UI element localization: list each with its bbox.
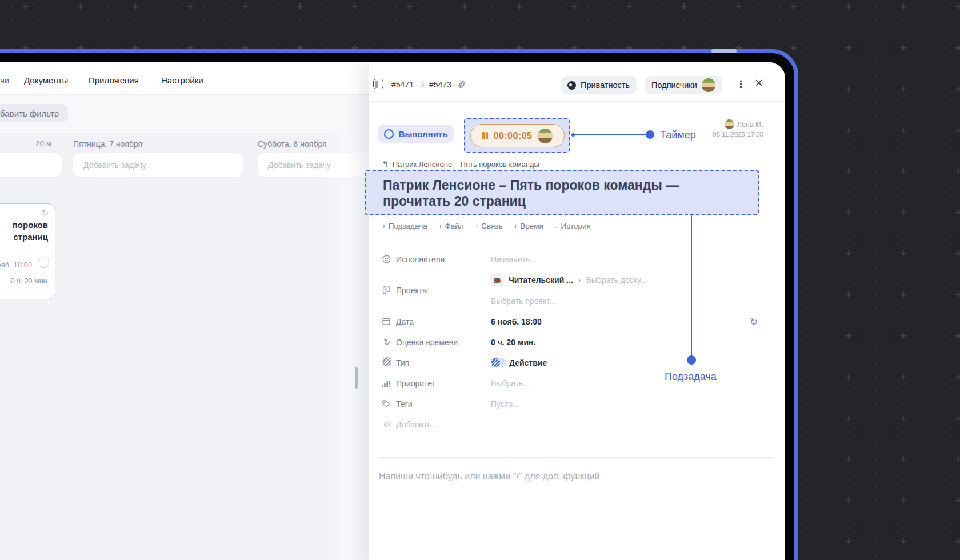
add-subtask-button[interactable]: + Подзадача	[382, 222, 427, 230]
type-label: Тип	[396, 358, 409, 367]
board-background	[0, 133, 369, 560]
add-file-button[interactable]: + Файл	[438, 222, 464, 230]
task-card-date: нояб. 18:00	[0, 261, 32, 269]
author-datetime: 05.11.2025 17:05	[713, 131, 763, 138]
comment-divider	[379, 457, 773, 458]
estimate-label: Оценка времени	[396, 338, 458, 347]
subscriber-avatar	[702, 78, 715, 92]
tab-documents[interactable]: Документы	[24, 75, 68, 85]
column-header-saturday: Суббота, 8 ноября	[258, 139, 327, 149]
task-detail-panel: #5471 › #5473 Приватность Подписчики	[369, 62, 785, 560]
history-icon: ≡	[554, 222, 559, 230]
comment-input[interactable]: Напиши что-нибудь или нажми "/" для доп.…	[379, 471, 599, 482]
tags-placeholder[interactable]: Пусто...	[491, 399, 519, 409]
estimate-icon: ↻	[382, 337, 392, 347]
subscribers-label: Подписчики	[651, 81, 697, 90]
app-window: чи Документы Приложения Настройки ⊕ Доба…	[0, 49, 798, 560]
project-chevron-icon: ›	[578, 275, 581, 285]
current-task-id[interactable]: #5473	[429, 80, 451, 89]
projects-icon	[382, 286, 392, 295]
subscribers-button[interactable]: Подписчики	[645, 76, 722, 94]
repeat-icon[interactable]: ↻	[750, 316, 758, 328]
priority-placeholder[interactable]: Выбрать...	[491, 379, 530, 388]
timer-avatar	[538, 129, 553, 143]
assignees-icon	[382, 254, 392, 264]
privacy-label: Приватность	[581, 81, 630, 90]
add-task-placeholder: Добавить задачу	[268, 161, 331, 170]
complete-circle-icon	[384, 129, 394, 139]
complete-button[interactable]: Выполнить	[378, 125, 454, 143]
add-task-input[interactable]	[0, 153, 62, 177]
column-header-time: 20 м	[0, 139, 51, 148]
estimate-value[interactable]: 0 ч. 20 мин.	[491, 338, 535, 347]
add-field-button[interactable]: Добавить...	[396, 420, 438, 429]
task-toolbar: + Подзадача + Файл + Связь + Время ≡ Ист…	[382, 222, 591, 230]
subtask-callout-label: Подзадача	[665, 371, 717, 383]
add-task-input[interactable]: Добавить задачу	[73, 153, 243, 177]
recurrence-icon: ↻	[41, 208, 49, 218]
timer-callout-line	[575, 134, 647, 135]
tags-label: Теги	[396, 399, 412, 409]
parent-task-link[interactable]: ↰ Патрик Ленсионе – Пять пороков команды	[382, 159, 539, 169]
timer-value: 00:00:05	[493, 131, 532, 141]
task-card-title-line: пороков	[13, 219, 48, 231]
add-task-placeholder: Добавить задачу	[83, 161, 146, 170]
board-edge-fade	[320, 133, 369, 560]
assignees-label: Исполнители	[396, 255, 445, 264]
projects-label: Проекты	[396, 286, 428, 295]
tab-tasks-clipped[interactable]: чи	[0, 75, 9, 85]
project-placeholder[interactable]: Выбрать проект...	[491, 297, 556, 306]
assignees-placeholder[interactable]: Назначить...	[491, 255, 537, 264]
parent-task-id[interactable]: #5471	[391, 80, 414, 89]
parent-task-title: Патрик Ленсионе – Пять пороков команды	[393, 160, 539, 169]
books-icon	[491, 274, 503, 286]
project-value-row[interactable]: Читательский ... › Выбрать доску...	[491, 274, 647, 286]
add-field-icon: ⊕	[382, 419, 392, 430]
task-title-highlight-box: Патрик Ленсионе – Пять пороков команды —…	[365, 170, 759, 215]
timer-callout-dot	[646, 130, 654, 139]
frame-highlight	[711, 49, 737, 53]
task-card-checkbox[interactable]	[38, 257, 49, 268]
type-icon	[382, 357, 392, 369]
more-menu-icon[interactable]: ⋮	[736, 78, 746, 90]
add-filter-button[interactable]: ⊕ Добавить фильтр	[0, 104, 68, 122]
author-avatar	[725, 119, 734, 129]
tab-apps[interactable]: Приложения	[89, 75, 139, 85]
priority-icon	[382, 379, 392, 387]
timer-button[interactable]: 00:00:05	[470, 124, 565, 147]
type-value-icon	[491, 358, 500, 369]
author-name: Лена М.	[737, 121, 763, 129]
date-label: Дата	[396, 317, 414, 326]
close-icon[interactable]: ×	[755, 75, 763, 91]
subtask-callout-line	[691, 215, 692, 357]
subtask-callout-dot	[687, 355, 696, 365]
breadcrumb-chevron-icon: ›	[422, 80, 425, 89]
app-surface: чи Документы Приложения Настройки ⊕ Доба…	[0, 62, 785, 560]
timer-callout-label: Таймер	[660, 129, 696, 141]
privacy-icon	[567, 81, 576, 90]
date-icon	[382, 317, 392, 326]
priority-label: Приоритет	[396, 379, 435, 388]
board-scrollbar[interactable]	[355, 367, 358, 389]
task-card[interactable]: ↻ пороков страниц нояб. 18:00 0 ч. 20 ми…	[0, 203, 55, 299]
project-board-name: Читательский ...	[509, 275, 573, 285]
add-filter-label: Добавить фильтр	[0, 109, 59, 118]
date-value[interactable]: 6 нояб. 18:00	[491, 317, 542, 326]
sidebar-toggle-icon[interactable]	[373, 79, 383, 89]
tab-settings[interactable]: Настройки	[161, 75, 203, 85]
history-button[interactable]: ≡ История	[554, 222, 591, 230]
copy-link-icon[interactable]	[457, 80, 466, 89]
add-relation-button[interactable]: + Связь	[475, 222, 503, 230]
type-value[interactable]: Действие	[509, 358, 547, 367]
header-divider	[369, 101, 785, 102]
pause-icon	[482, 132, 488, 139]
filter-bar: ⊕ Добавить фильтр	[0, 94, 369, 133]
column-header-friday: Пятница, 7 ноября	[73, 139, 142, 149]
privacy-button[interactable]: Приватность	[561, 76, 637, 94]
tags-icon	[382, 399, 392, 408]
complete-label: Выполнить	[399, 129, 448, 139]
task-title[interactable]: Патрик Ленсионе – Пять пороков команды —…	[383, 177, 741, 209]
add-task-input[interactable]: Добавить задачу	[258, 153, 378, 177]
add-time-button[interactable]: + Время	[514, 222, 543, 230]
timer-highlight-box: 00:00:05	[464, 118, 570, 153]
